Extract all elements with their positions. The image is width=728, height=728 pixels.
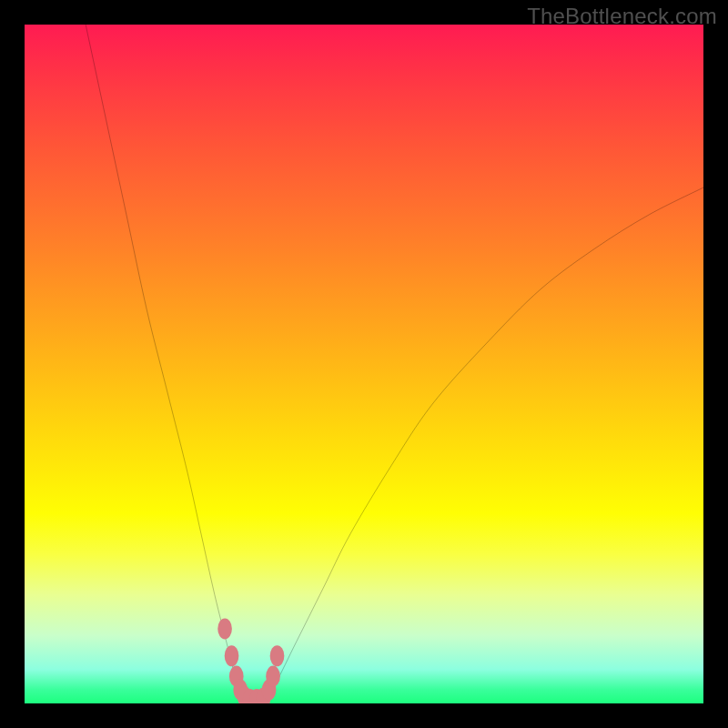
- highlight-dot: [266, 666, 280, 687]
- optimal-range-marks: [25, 25, 703, 703]
- highlight-dot: [217, 618, 232, 639]
- chart-frame: TheBottleneck.com: [0, 0, 728, 728]
- plot-area: [25, 25, 703, 703]
- highlight-dot: [270, 645, 285, 666]
- watermark-text: TheBottleneck.com: [527, 4, 717, 29]
- highlight-dot: [225, 645, 239, 666]
